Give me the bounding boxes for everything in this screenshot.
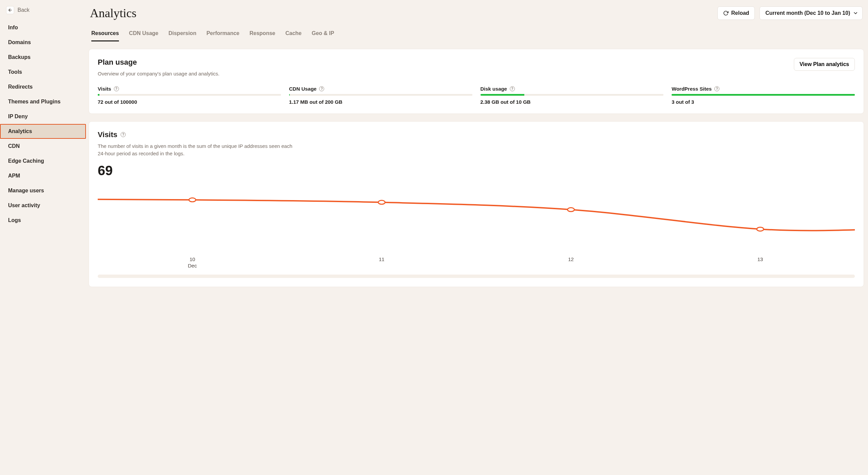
reload-button[interactable]: Reload	[717, 6, 755, 20]
chart-scroll-track[interactable]	[98, 275, 855, 278]
sidebar-item-backups[interactable]: Backups	[0, 50, 86, 65]
sidebar-item-apm[interactable]: APM	[0, 168, 86, 183]
tab-cache[interactable]: Cache	[285, 30, 302, 41]
axis-tick: 10Dec	[98, 256, 287, 268]
sidebar-item-logs[interactable]: Logs	[0, 213, 86, 228]
plan-usage-subtitle: Overview of your company's plan usage an…	[98, 70, 219, 78]
visits-title: Visits	[98, 130, 117, 139]
metric-cdn-usage: CDN Usage?1.17 MB out of 200 GB	[289, 86, 472, 105]
metric-value: 72 out of 100000	[98, 99, 281, 105]
sidebar-item-redirects[interactable]: Redirects	[0, 80, 86, 94]
sidebar-item-ip-deny[interactable]: IP Deny	[0, 109, 86, 124]
tab-geo-ip[interactable]: Geo & IP	[312, 30, 334, 41]
plan-usage-title: Plan usage	[98, 58, 219, 67]
help-icon[interactable]: ?	[319, 86, 324, 91]
page-title: Analytics	[90, 6, 136, 20]
metric-wordpress-sites: WordPress Sites?3 out of 3	[672, 86, 855, 105]
metric-label: Disk usage	[480, 86, 507, 92]
visits-card: Visits ? The number of visits in a given…	[89, 121, 864, 287]
period-dropdown[interactable]: Current month (Dec 10 to Jan 10)	[760, 6, 863, 20]
axis-tick: 13	[665, 256, 855, 268]
metric-label: CDN Usage	[289, 86, 317, 92]
sidebar-item-manage-users[interactable]: Manage users	[0, 183, 86, 198]
svg-point-1	[189, 198, 196, 202]
metric-bar	[480, 94, 664, 96]
arrow-left-icon	[8, 8, 12, 12]
plan-usage-card: Plan usage Overview of your company's pl…	[89, 49, 864, 114]
svg-point-3	[567, 208, 574, 212]
tab-performance[interactable]: Performance	[207, 30, 240, 41]
help-icon[interactable]: ?	[714, 86, 719, 91]
back-button[interactable]	[6, 6, 14, 14]
metric-bar	[98, 94, 281, 96]
sidebar-item-analytics[interactable]: Analytics	[0, 124, 86, 139]
main: Analytics Reload Current month (Dec 10 t…	[86, 0, 868, 475]
axis-tick: 12	[476, 256, 666, 268]
axis-tick: 11	[287, 256, 476, 268]
svg-point-2	[378, 200, 385, 204]
help-icon[interactable]: ?	[114, 86, 119, 91]
metric-value: 2.38 GB out of 10 GB	[480, 99, 664, 105]
metric-label: Visits	[98, 86, 111, 92]
metrics-row: Visits?72 out of 100000CDN Usage?1.17 MB…	[98, 86, 855, 105]
tab-cdn-usage[interactable]: CDN Usage	[129, 30, 158, 41]
help-icon[interactable]: ?	[121, 132, 126, 137]
sidebar-item-info[interactable]: Info	[0, 20, 86, 35]
metric-disk-usage: Disk usage?2.38 GB out of 10 GB	[480, 86, 664, 105]
metric-label: WordPress Sites	[672, 86, 712, 92]
reload-label: Reload	[731, 10, 749, 16]
metric-bar	[672, 94, 855, 96]
metric-value: 1.17 MB out of 200 GB	[289, 99, 472, 105]
reload-icon	[723, 10, 728, 16]
help-icon[interactable]: ?	[510, 86, 515, 91]
tab-dispersion[interactable]: Dispersion	[168, 30, 196, 41]
nav-list: InfoDomainsBackupsToolsRedirectsThemes a…	[0, 20, 86, 228]
sidebar-item-tools[interactable]: Tools	[0, 65, 86, 80]
tab-response[interactable]: Response	[249, 30, 275, 41]
sidebar-item-user-activity[interactable]: User activity	[0, 198, 86, 213]
chart-axis: 10Dec111213	[98, 256, 855, 268]
visits-subtitle: The number of visits in a given month is…	[98, 142, 300, 158]
metric-bar	[289, 94, 472, 96]
chevron-down-icon	[853, 10, 858, 16]
metric-visits: Visits?72 out of 100000	[98, 86, 281, 105]
sidebar: Back InfoDomainsBackupsToolsRedirectsThe…	[0, 0, 86, 475]
back-label: Back	[18, 7, 30, 13]
metric-value: 3 out of 3	[672, 99, 855, 105]
view-plan-analytics-button[interactable]: View Plan analytics	[794, 58, 855, 71]
sidebar-item-domains[interactable]: Domains	[0, 35, 86, 50]
sidebar-item-cdn[interactable]: CDN	[0, 139, 86, 154]
visits-total: 69	[98, 163, 855, 178]
period-label: Current month (Dec 10 to Jan 10)	[765, 10, 850, 16]
tabs: ResourcesCDN UsageDispersionPerformanceR…	[89, 23, 864, 41]
tab-resources[interactable]: Resources	[91, 30, 119, 41]
visits-chart: 10Dec111213	[98, 178, 855, 268]
sidebar-item-themes-and-plugins[interactable]: Themes and Plugins	[0, 94, 86, 109]
sidebar-item-edge-caching[interactable]: Edge Caching	[0, 154, 86, 168]
svg-point-4	[757, 227, 764, 231]
